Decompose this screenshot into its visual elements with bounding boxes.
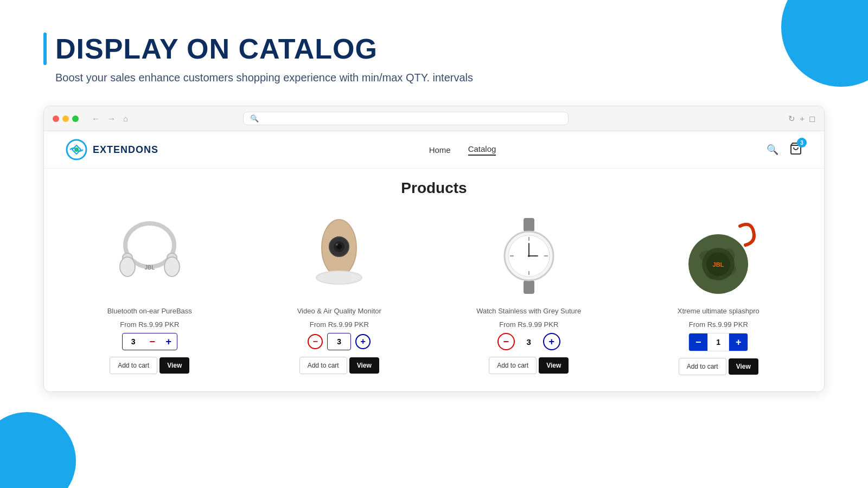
add-to-cart-1[interactable]: Add to cart	[110, 357, 157, 374]
product-image-1: JBL	[101, 210, 199, 302]
page-title: DISPLAY ON CATALOG	[55, 33, 378, 65]
nav-home[interactable]: Home	[429, 145, 451, 155]
browser-window: ← → ⌂ 🔍 ↻ + ◻ EXTENDONS Home Catalog	[43, 106, 825, 392]
logo-text: EXTENDONS	[93, 144, 158, 156]
product-image-2	[290, 210, 388, 302]
add-tab-button[interactable]: +	[800, 114, 805, 124]
back-button[interactable]: ←	[90, 113, 102, 124]
dot-red[interactable]	[53, 115, 59, 122]
view-button-4[interactable]: View	[729, 358, 758, 375]
add-to-cart-2[interactable]: Add to cart	[299, 357, 347, 374]
svg-point-25	[528, 255, 530, 257]
cart-button[interactable]: 3	[789, 142, 802, 157]
search-icon: 🔍	[250, 114, 259, 123]
more-button[interactable]: ◻	[809, 114, 815, 124]
svg-rect-15	[524, 218, 534, 232]
qty-stepper-3: − +	[497, 333, 560, 350]
cart-row-2: Add to cart View	[299, 357, 379, 374]
svg-point-10	[316, 271, 362, 284]
products-section: Products JBL Bluetooth on-ear PureBass	[44, 169, 824, 391]
add-to-cart-3[interactable]: Add to cart	[489, 357, 537, 374]
dot-yellow[interactable]	[62, 115, 69, 122]
browser-dots	[53, 115, 79, 122]
browser-address-bar[interactable]: 🔍	[243, 112, 569, 125]
product-price-2: From Rs.9.99 PKR	[310, 320, 369, 329]
logo-icon	[66, 139, 87, 160]
home-button[interactable]: ⌂	[121, 113, 130, 124]
qty-plus-4[interactable]: +	[729, 333, 748, 351]
cart-badge: 3	[797, 138, 807, 147]
title-accent-bar	[43, 33, 47, 65]
browser-nav-buttons: ← → ⌂	[90, 113, 130, 124]
qty-minus-4[interactable]: −	[689, 333, 707, 351]
qty-stepper-1: − +	[122, 333, 177, 350]
product-price-1: From Rs.9.99 PKR	[120, 320, 179, 329]
browser-toolbar: ← → ⌂ 🔍 ↻ + ◻	[44, 106, 824, 131]
page-header: DISPLAY ON CATALOG Boost your sales enha…	[0, 0, 868, 100]
qty-input-1[interactable]	[123, 333, 144, 350]
svg-text:JBL: JBL	[713, 261, 724, 268]
qty-minus-2[interactable]: −	[308, 334, 323, 349]
svg-point-7	[164, 257, 180, 277]
svg-rect-16	[524, 280, 534, 294]
dot-green[interactable]	[72, 115, 79, 122]
qty-minus-3[interactable]: −	[497, 333, 515, 350]
reload-button[interactable]: ↻	[788, 114, 795, 124]
store-nav: EXTENDONS Home Catalog 🔍 3	[44, 131, 824, 169]
add-to-cart-4[interactable]: Add to cart	[679, 358, 726, 375]
qty-plus-3[interactable]: +	[543, 333, 560, 350]
cart-row-3: Add to cart View	[489, 357, 569, 374]
products-title: Products	[60, 179, 808, 197]
view-button-1[interactable]: View	[159, 357, 189, 374]
cart-row-4: Add to cart View	[679, 358, 758, 375]
product-name-4: Xtreme ultimate splashpro	[678, 306, 760, 316]
store-logo: EXTENDONS	[66, 139, 158, 160]
qty-input-3[interactable]	[519, 333, 539, 350]
qty-input-2[interactable]	[327, 333, 351, 350]
store-actions: 🔍 3	[767, 142, 802, 157]
page-subtitle: Boost your sales enhance customers shopp…	[43, 72, 825, 84]
browser-actions: ↻ + ◻	[788, 114, 815, 124]
title-row: DISPLAY ON CATALOG	[43, 33, 825, 65]
search-button[interactable]: 🔍	[767, 144, 778, 156]
svg-point-6	[120, 257, 135, 277]
product-image-4: JBL	[669, 210, 767, 302]
product-card-1: JBL Bluetooth on-ear PureBass From Rs.9.…	[60, 210, 239, 375]
product-image-3	[480, 210, 578, 302]
product-card-2: Video & Air Quality Monitor From Rs.9.99…	[250, 210, 429, 375]
cart-row-1: Add to cart View	[110, 357, 189, 374]
product-name-2: Video & Air Quality Monitor	[297, 306, 381, 316]
product-card-3: Watch Stainless with Grey Suture From Rs…	[439, 210, 618, 375]
products-grid: JBL Bluetooth on-ear PureBass From Rs.9.…	[60, 210, 808, 375]
bg-decoration-bottom-left	[0, 412, 76, 488]
store-menu: Home Catalog	[429, 144, 496, 156]
qty-minus-1[interactable]: −	[144, 333, 161, 350]
forward-button[interactable]: →	[105, 113, 118, 124]
svg-point-14	[336, 243, 338, 246]
qty-stepper-4: − +	[688, 333, 748, 351]
product-name-1: Bluetooth on-ear PureBass	[107, 306, 192, 316]
product-price-4: From Rs.9.99 PKR	[689, 320, 748, 329]
product-price-3: From Rs.9.99 PKR	[499, 320, 558, 329]
qty-stepper-2: − +	[308, 333, 371, 350]
view-button-3[interactable]: View	[539, 357, 569, 374]
qty-plus-1[interactable]: +	[161, 333, 177, 350]
product-name-3: Watch Stainless with Grey Suture	[476, 306, 581, 316]
qty-input-4[interactable]	[707, 333, 729, 351]
product-card-4: JBL Xtreme ultimate splashpro From Rs.9.…	[629, 210, 808, 375]
qty-plus-2[interactable]: +	[355, 334, 371, 349]
view-button-2[interactable]: View	[349, 357, 379, 374]
svg-text:JBL: JBL	[144, 265, 155, 271]
nav-catalog[interactable]: Catalog	[468, 144, 496, 156]
